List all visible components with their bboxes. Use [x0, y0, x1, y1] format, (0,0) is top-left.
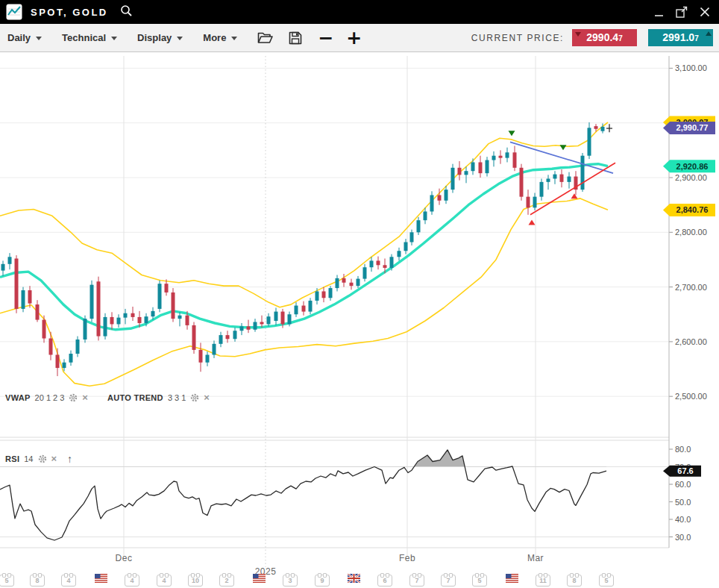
chart-canvas[interactable]: 3,100.003,000.002,900.002,800.002,700.00… — [0, 52, 719, 588]
calendar-event-icon[interactable]: 7 — [409, 575, 424, 587]
bid-price-badge[interactable]: 2990.47 — [572, 29, 637, 46]
svg-text:2,840.76: 2,840.76 — [676, 205, 709, 214]
svg-text:2,500.00: 2,500.00 — [675, 392, 707, 401]
menu-timeframe-label: Daily — [7, 32, 31, 43]
bands-layer — [0, 122, 608, 386]
menu-technical[interactable]: Technical — [62, 32, 117, 43]
menu-technical-label: Technical — [62, 32, 106, 43]
zoom-in-button[interactable]: + — [346, 31, 362, 46]
calendar-event-icon[interactable]: 5 — [0, 575, 14, 587]
rsi-indicator-params: 14 — [24, 454, 33, 463]
calendar-event-icon[interactable]: 4 — [157, 575, 172, 587]
calendar-event-icon[interactable]: 11 — [536, 575, 550, 587]
gear-icon[interactable] — [69, 393, 78, 402]
svg-text:67.6: 67.6 — [677, 466, 693, 475]
calendar-event-icon[interactable]: 5 — [599, 575, 614, 587]
chart-application-window: SPOT, GOLD — [0, 0, 719, 588]
svg-text:40.0: 40.0 — [675, 515, 691, 524]
svg-text:30.0: 30.0 — [675, 533, 691, 542]
rsi-layer — [0, 450, 606, 540]
tags-layer: 3,000.972,990.772,920.862,840.7667.6 — [663, 116, 715, 476]
us-flag-icon[interactable] — [95, 574, 107, 583]
close-icon[interactable] — [697, 4, 713, 20]
svg-text:60.0: 60.0 — [675, 480, 691, 489]
calendar-event-icon[interactable]: 4 — [61, 575, 76, 587]
menu-more-label: More — [203, 32, 226, 43]
svg-text:Mar: Mar — [527, 553, 544, 563]
menu-display[interactable]: Display — [137, 32, 183, 43]
calendar-event-icon[interactable]: 9 — [315, 575, 330, 587]
ask-price-pip: 7 — [694, 34, 699, 43]
current-price-label: CURRENT PRICE: — [471, 33, 564, 43]
search-icon[interactable] — [120, 4, 133, 20]
popout-button[interactable] — [674, 4, 690, 20]
candles-layer — [1, 122, 613, 376]
bid-price-pip: 7 — [618, 34, 623, 43]
rsi-indicator-label: RSI — [5, 454, 19, 463]
calendar-event-icon[interactable]: 8 — [567, 575, 582, 587]
uk-flag-icon[interactable] — [348, 574, 360, 583]
svg-text:50.0: 50.0 — [675, 498, 691, 507]
vwap-indicator-params: 20 1 2 3 — [35, 393, 65, 402]
menu-timeframe[interactable]: Daily — [7, 32, 42, 43]
svg-text:80.0: 80.0 — [675, 445, 691, 454]
svg-text:Feb: Feb — [399, 553, 415, 563]
remove-autotrend-icon[interactable]: × — [204, 394, 210, 401]
chevron-down-icon — [231, 37, 237, 40]
menu-display-label: Display — [137, 32, 172, 43]
us-flag-icon[interactable] — [506, 574, 518, 583]
ask-price-badge[interactable]: 2991.07 — [648, 29, 713, 46]
axis-layer: 3,100.003,000.002,900.002,800.002,700.00… — [116, 56, 707, 577]
calendar-event-icon[interactable]: 6 — [377, 575, 392, 587]
save-icon[interactable] — [289, 31, 302, 45]
autotrend-indicator-label: AUTO TREND — [107, 393, 163, 402]
instrument-title: SPOT, GOLD — [31, 7, 108, 18]
indicator-legend-row: RSI 14 × ↑ — [5, 453, 72, 465]
bid-price-value: 2990.4 — [586, 31, 618, 43]
chevron-down-icon — [177, 37, 183, 40]
chevron-down-icon — [111, 37, 117, 40]
svg-text:2,700.00: 2,700.00 — [675, 283, 707, 292]
indicator-legend-row: VWAP 20 1 2 3 × AUTO TREND 3 3 1 × — [5, 393, 210, 402]
app-logo-icon — [6, 4, 22, 20]
svg-text:2,600.00: 2,600.00 — [675, 337, 707, 346]
us-flag-icon[interactable] — [253, 574, 266, 583]
title-bar: SPOT, GOLD — [0, 0, 719, 24]
vwap-indicator-label: VWAP — [5, 393, 31, 402]
calendar-event-icon[interactable]: 10 — [188, 575, 203, 587]
svg-text:Dec: Dec — [116, 553, 133, 563]
svg-text:2,800.00: 2,800.00 — [675, 228, 707, 237]
chart-toolbar: Daily Technical Display More — [0, 24, 719, 52]
ask-price-value: 2991.0 — [662, 31, 694, 43]
svg-text:2,990.77: 2,990.77 — [676, 123, 709, 132]
gear-icon[interactable] — [38, 454, 47, 463]
calendar-event-icon[interactable]: 5 — [472, 575, 487, 587]
calendar-event-icon[interactable]: 8 — [30, 575, 45, 587]
chevron-down-icon — [36, 37, 42, 40]
minimize-button[interactable] — [650, 4, 667, 20]
zoom-out-button[interactable]: − — [318, 31, 333, 46]
menu-more[interactable]: More — [203, 32, 237, 43]
price-down-arrow-icon — [575, 32, 581, 37]
autotrend-indicator-params: 3 3 1 — [168, 393, 186, 402]
calendar-event-icon[interactable]: 2 — [219, 575, 234, 587]
svg-text:2,900.00: 2,900.00 — [675, 173, 707, 182]
svg-text:3,100.00: 3,100.00 — [675, 63, 707, 72]
gear-icon[interactable] — [190, 393, 199, 402]
calendar-event-icon[interactable]: 7 — [441, 575, 456, 587]
remove-rsi-icon[interactable]: × — [51, 455, 57, 463]
price-up-arrow-icon — [706, 31, 712, 36]
calendar-event-icon[interactable]: 4 — [125, 575, 139, 587]
open-folder-icon[interactable] — [257, 31, 273, 44]
calendar-event-icon[interactable]: 3 — [283, 575, 298, 587]
remove-vwap-icon[interactable]: × — [82, 394, 88, 401]
move-pane-up-icon[interactable]: ↑ — [67, 453, 72, 465]
svg-text:2,920.86: 2,920.86 — [676, 162, 709, 171]
